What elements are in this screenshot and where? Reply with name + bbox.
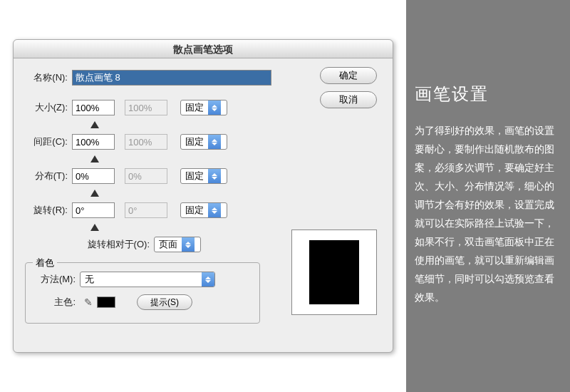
dropdown-arrow-icon (208, 169, 221, 183)
scatter-mode-select[interactable]: 固定 (180, 168, 227, 184)
rotation-slider[interactable] (73, 224, 116, 232)
spacing-input-2 (125, 134, 167, 150)
method-row: 方法(M): 无 (33, 270, 252, 289)
rotation-mode-select[interactable]: 固定 (180, 202, 227, 218)
scatter-slider[interactable] (73, 190, 116, 198)
preview-shape (309, 240, 359, 304)
ok-button[interactable]: 确定 (320, 67, 377, 84)
rotate-relative-select[interactable]: 页面 (154, 237, 201, 252)
rotate-relative-label: 旋转相对于(O): (25, 238, 150, 251)
spacing-input-1[interactable] (72, 134, 115, 150)
eyedropper-icon[interactable]: ✎ (84, 296, 93, 308)
spacing-label: 间距(C): (25, 135, 68, 148)
method-select[interactable]: 无 (80, 272, 215, 287)
keycolor-label: 主色: (33, 296, 76, 309)
tips-button[interactable]: 提示(S) (137, 294, 192, 310)
side-panel: 画笔设置 为了得到好的效果，画笔的设置要耐心，要制作出随机散布的图案，必须多次调… (415, 83, 557, 306)
size-mode-select[interactable]: 固定 (180, 100, 227, 115)
keycolor-swatch[interactable] (97, 296, 115, 308)
dialog-body: 确定 取消 名称(N): 大小(Z): 固定 间距(C): (14, 58, 393, 334)
dropdown-arrow-icon (208, 135, 221, 149)
rotate-relative-value: 页面 (155, 238, 182, 251)
scatter-input-2 (125, 168, 167, 184)
size-slider[interactable] (73, 121, 116, 130)
rotation-label: 旋转(R): (25, 204, 68, 217)
name-input[interactable] (72, 70, 271, 86)
size-mode-value: 固定 (181, 101, 208, 114)
scatter-brush-options-dialog: 散点画笔选项 确定 取消 名称(N): 大小(Z): 固定 间距(C): (13, 39, 393, 353)
scatter-mode-value: 固定 (181, 170, 208, 182)
side-body: 为了得到好的效果，画笔的设置要耐心，要制作出随机散布的图案，必须多次调节，要确定… (415, 121, 557, 306)
colorize-legend: 着色 (33, 257, 57, 269)
spacing-slider[interactable] (73, 155, 116, 164)
colorize-fieldset: 着色 方法(M): 无 主色: ✎ 提示(S) (25, 262, 260, 324)
dialog-title: 散点画笔选项 (14, 40, 393, 58)
dropdown-arrow-icon (202, 272, 214, 287)
size-input-2 (125, 100, 167, 115)
method-value: 无 (81, 273, 202, 286)
side-title: 画笔设置 (415, 83, 557, 105)
dialog-buttons: 确定 取消 (320, 67, 377, 108)
dropdown-arrow-icon (182, 237, 195, 252)
rotation-input-2 (125, 202, 167, 218)
slider-thumb-icon (90, 155, 99, 163)
size-label: 大小(Z): (25, 101, 68, 114)
cancel-button[interactable]: 取消 (320, 91, 377, 108)
scatter-label: 分布(T): (25, 170, 68, 182)
spacing-mode-select[interactable]: 固定 (180, 134, 227, 150)
slider-thumb-icon (90, 224, 99, 231)
brush-preview (291, 229, 377, 315)
rotation-input-1[interactable] (72, 202, 115, 218)
name-label: 名称(N): (25, 71, 68, 84)
dropdown-arrow-icon (208, 100, 221, 115)
keycolor-row: 主色: ✎ 提示(S) (33, 293, 252, 311)
slider-thumb-icon (90, 121, 99, 128)
scatter-row: 分布(T): 固定 (25, 167, 381, 185)
rotation-row: 旋转(R): 固定 (25, 201, 381, 220)
rotation-mode-value: 固定 (181, 204, 208, 217)
dropdown-arrow-icon (208, 203, 221, 217)
spacing-row: 间距(C): 固定 (25, 133, 381, 151)
method-label: 方法(M): (33, 273, 76, 286)
scatter-input-1[interactable] (72, 168, 115, 184)
spacing-mode-value: 固定 (181, 135, 208, 148)
size-input-1[interactable] (72, 100, 115, 115)
slider-thumb-icon (90, 190, 99, 197)
